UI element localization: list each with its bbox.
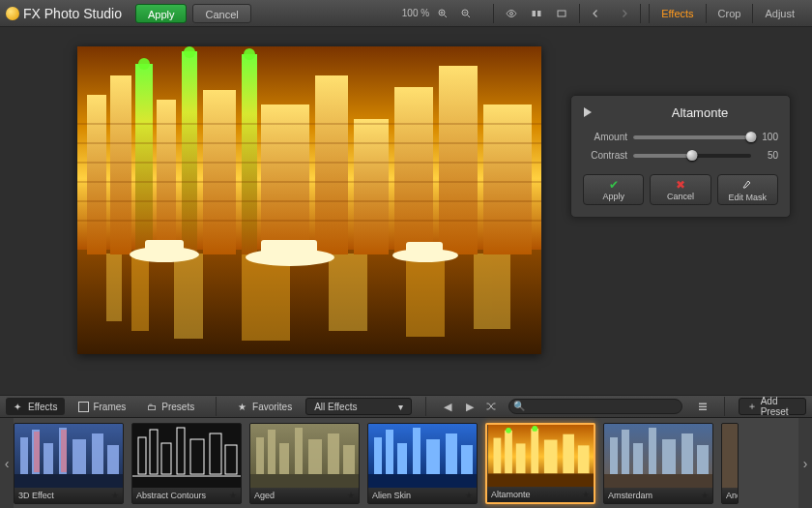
- strip-prev-icon[interactable]: ◀: [440, 398, 455, 415]
- svg-point-7: [510, 12, 513, 15]
- thumb-amsterdam[interactable]: Amsterdam★: [603, 423, 713, 504]
- zoom-in-icon[interactable]: [433, 5, 452, 22]
- svg-rect-88: [461, 445, 473, 474]
- svg-rect-18: [406, 254, 445, 337]
- svg-rect-50: [699, 406, 707, 408]
- svg-rect-59: [107, 445, 119, 474]
- strip-scroll-left[interactable]: ‹: [0, 418, 14, 508]
- fullscreen-icon[interactable]: [552, 5, 571, 22]
- svg-rect-44: [406, 242, 443, 254]
- effect-title: Altamonte: [622, 105, 778, 120]
- search-input[interactable]: 🔍: [508, 399, 682, 414]
- svg-rect-79: [343, 445, 355, 474]
- add-preset-button[interactable]: ＋Add Preset: [739, 398, 806, 415]
- thumb-partial[interactable]: Anc: [721, 423, 739, 504]
- svg-rect-82: [374, 437, 382, 474]
- shuffle-icon[interactable]: [483, 398, 499, 415]
- svg-rect-95: [544, 439, 558, 473]
- btab-effects[interactable]: ✦Effects: [6, 398, 65, 415]
- svg-point-45: [138, 58, 150, 70]
- thumb-alien-skin[interactable]: Alien Skin★: [367, 423, 478, 504]
- contrast-value: 50: [757, 150, 778, 161]
- thumb-label: Anc: [726, 491, 739, 500]
- svg-rect-106: [662, 439, 676, 474]
- favorite-star-icon[interactable]: ★: [229, 491, 237, 500]
- svg-rect-105: [649, 428, 656, 474]
- svg-rect-24: [182, 51, 197, 254]
- svg-rect-21: [110, 75, 131, 254]
- workspace: Altamonte Amount 100 Contrast 50 ✔Apply …: [0, 27, 812, 395]
- svg-rect-86: [426, 439, 440, 474]
- amount-label: Amount: [583, 132, 627, 142]
- svg-rect-29: [354, 119, 389, 254]
- list-view-icon[interactable]: [694, 398, 710, 415]
- thumb-aged[interactable]: Aged★: [249, 423, 360, 504]
- svg-rect-77: [308, 439, 322, 474]
- svg-rect-22: [135, 64, 153, 254]
- image-canvas[interactable]: [77, 46, 541, 354]
- svg-rect-74: [268, 430, 276, 474]
- strip-scroll-right[interactable]: ›: [798, 418, 812, 508]
- btab-frames[interactable]: Frames: [71, 398, 133, 415]
- zoom-level: 100 %: [402, 8, 429, 18]
- svg-rect-55: [44, 443, 53, 474]
- svg-rect-49: [699, 403, 707, 405]
- mode-tabs: Effects Crop Adjust: [649, 4, 806, 23]
- svg-rect-15: [174, 254, 203, 339]
- svg-rect-97: [578, 445, 590, 473]
- redo-icon[interactable]: [613, 5, 632, 22]
- tab-adjust[interactable]: Adjust: [752, 4, 806, 23]
- svg-rect-8: [533, 11, 536, 16]
- svg-rect-85: [413, 428, 420, 474]
- svg-rect-87: [446, 433, 457, 474]
- svg-rect-30: [394, 87, 433, 254]
- svg-rect-108: [697, 445, 709, 474]
- panel-apply-button[interactable]: ✔Apply: [583, 174, 644, 205]
- svg-rect-93: [516, 443, 526, 473]
- effects-strip: ‹ 3D Effect★ Abstract Contours★ Aged★ Al…: [0, 418, 812, 508]
- svg-rect-40: [145, 240, 184, 254]
- svg-rect-104: [633, 443, 643, 474]
- panel-editmask-button[interactable]: Edit Mask: [717, 174, 778, 205]
- svg-rect-103: [622, 430, 629, 474]
- btab-favorites[interactable]: ★Favorites: [230, 398, 300, 415]
- effect-panel: Altamonte Amount 100 Contrast 50 ✔Apply …: [570, 95, 791, 218]
- favorite-star-icon[interactable]: ★: [347, 491, 355, 500]
- tab-crop[interactable]: Crop: [706, 4, 753, 23]
- tab-effects[interactable]: Effects: [649, 4, 705, 23]
- strip-next-icon[interactable]: ▶: [461, 398, 477, 415]
- undo-icon[interactable]: [588, 5, 607, 22]
- svg-rect-57: [72, 439, 86, 474]
- compare-view-icon[interactable]: [527, 5, 546, 22]
- apply-button[interactable]: Apply: [135, 4, 188, 23]
- svg-rect-91: [494, 437, 502, 473]
- btab-presets[interactable]: 🗀Presets: [139, 398, 202, 415]
- cancel-button[interactable]: Cancel: [192, 4, 250, 23]
- slider-contrast[interactable]: Contrast 50: [583, 150, 778, 161]
- category-dropdown[interactable]: All Effects▾: [305, 398, 412, 415]
- preview-eye-icon[interactable]: [502, 5, 521, 22]
- panel-play-icon[interactable]: [583, 107, 593, 119]
- thumb-3d-effect[interactable]: 3D Effect★: [14, 423, 124, 504]
- top-toolbar: FX Photo Studio Apply Cancel 100 % Effec…: [0, 0, 812, 27]
- svg-rect-14: [131, 254, 149, 331]
- svg-rect-76: [295, 428, 303, 474]
- thumb-label: 3D Effect: [18, 491, 54, 500]
- zoom-out-icon[interactable]: [456, 5, 476, 22]
- svg-line-1: [445, 15, 448, 17]
- svg-rect-13: [106, 254, 122, 321]
- favorite-star-icon[interactable]: ★: [465, 491, 473, 500]
- favorite-star-icon[interactable]: ★: [111, 491, 119, 500]
- slider-amount[interactable]: Amount 100: [583, 132, 778, 142]
- favorite-star-icon[interactable]: ★: [701, 491, 709, 500]
- contrast-label: Contrast: [583, 150, 627, 161]
- svg-rect-19: [474, 254, 510, 329]
- frame-icon: [78, 402, 89, 412]
- panel-cancel-button[interactable]: ✖Cancel: [650, 174, 710, 205]
- thumb-abstract-contours[interactable]: Abstract Contours★: [131, 423, 242, 504]
- svg-rect-53: [20, 437, 28, 474]
- favorite-star-icon[interactable]: ★: [582, 490, 590, 499]
- svg-rect-10: [558, 11, 566, 16]
- thumb-altamonte[interactable]: Altamonte★: [485, 423, 595, 504]
- svg-rect-110: [722, 424, 739, 490]
